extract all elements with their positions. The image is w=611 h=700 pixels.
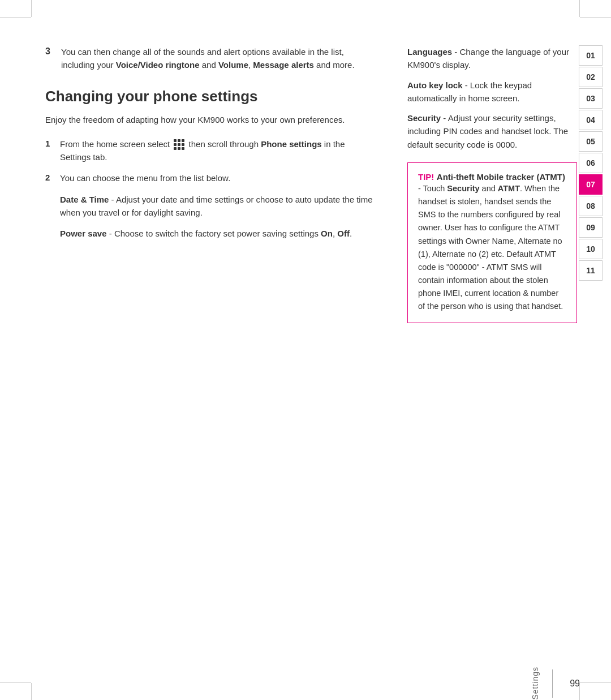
crop-mark-tr-h [580, 17, 611, 18]
left-column: 3 You can then change all of the sounds … [45, 45, 396, 627]
tip-label: TIP! [418, 172, 434, 182]
tip-box: TIP! Anti-theft Mobile tracker (ATMT) - … [407, 162, 577, 323]
crop-mark-br-h [580, 682, 611, 683]
step-3-intro: 3 You can then change all of the sounds … [45, 45, 373, 72]
sidebar-item-04[interactable]: 04 [579, 110, 603, 130]
tip-header: TIP! Anti-theft Mobile tracker (ATMT) [418, 172, 566, 182]
sidebar-nav: 01 02 03 04 05 06 07 08 09 10 11 [579, 45, 603, 282]
page-number: 99 [570, 678, 580, 689]
security-text: Security - Adjust your security settings… [407, 111, 577, 151]
step-2: 2 You can choose the menu from the list … [45, 171, 373, 184]
crop-mark-br-v [579, 683, 580, 700]
right-column: Languages - Change the language of your … [396, 45, 577, 627]
tip-content: - Touch Security and ATMT. When the hand… [418, 182, 566, 314]
tip-title: Anti-theft Mobile tracker (ATMT) [437, 172, 565, 182]
grid-icon [174, 139, 184, 150]
page-footer: Settings 99 [0, 667, 611, 700]
date-time-text: Date & Time - Adjust your date and time … [60, 193, 373, 220]
step-3-text: You can then change all of the sounds an… [61, 45, 373, 72]
sidebar-item-10[interactable]: 10 [579, 239, 603, 259]
sub-item-date-time: Date & Time - Adjust your date and time … [60, 193, 373, 220]
footer-section-label: Settings [531, 667, 540, 700]
crop-mark-tl-h [0, 17, 31, 18]
step-3-number: 3 [45, 46, 57, 57]
sidebar-item-08[interactable]: 08 [579, 196, 603, 216]
main-content: 3 You can then change all of the sounds … [45, 45, 577, 627]
sidebar-item-09[interactable]: 09 [579, 217, 603, 238]
auto-key-lock-text: Auto key lock - Lock the keypad automati… [407, 79, 577, 105]
section-intro: Enjoy the freedom of adapting how your K… [45, 113, 373, 126]
sub-item-power-save: Power save - Choose to switch the factor… [60, 227, 373, 240]
page-container: 3 You can then change all of the sounds … [0, 0, 611, 700]
crop-mark-tr-v [579, 0, 580, 17]
step-1-number: 1 [45, 139, 55, 148]
sidebar-item-03[interactable]: 03 [579, 88, 603, 109]
languages-text: Languages - Change the language of your … [407, 45, 577, 72]
right-top-content: Languages - Change the language of your … [407, 45, 577, 151]
step-1: 1 From the home screen select then scrol… [45, 138, 373, 164]
crop-mark-bl-h [0, 682, 31, 683]
sidebar-item-07[interactable]: 07 [579, 174, 603, 195]
crop-mark-tl-v [31, 0, 32, 17]
power-save-text: Power save - Choose to switch the factor… [60, 227, 373, 240]
sidebar-item-06[interactable]: 06 [579, 153, 603, 173]
step-1-content: From the home screen select then scroll … [60, 138, 373, 164]
step-2-number: 2 [45, 173, 55, 182]
sidebar-item-01[interactable]: 01 [579, 45, 603, 66]
sidebar-item-05[interactable]: 05 [579, 131, 603, 152]
step-2-content: You can choose the menu from the list be… [60, 171, 230, 184]
crop-mark-bl-v [31, 683, 32, 700]
sidebar-item-02[interactable]: 02 [579, 67, 603, 87]
section-heading: Changing your phone settings [45, 88, 373, 105]
footer-divider [552, 669, 553, 698]
sidebar-item-11[interactable]: 11 [579, 260, 603, 281]
